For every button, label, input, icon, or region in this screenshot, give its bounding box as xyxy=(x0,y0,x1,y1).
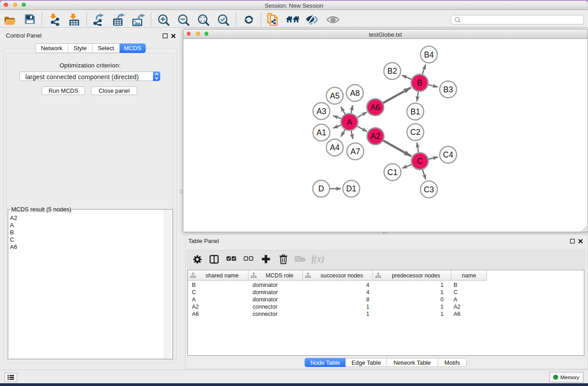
svg-text:D: D xyxy=(318,184,324,193)
svg-text:A1: A1 xyxy=(316,128,326,137)
svg-text:A5: A5 xyxy=(330,91,339,100)
svg-text:B4: B4 xyxy=(424,50,434,59)
svg-text:A8: A8 xyxy=(350,89,359,98)
svg-text:C4: C4 xyxy=(443,150,454,159)
svg-text:B3: B3 xyxy=(443,85,453,94)
svg-text:C1: C1 xyxy=(387,168,397,177)
svg-text:A: A xyxy=(347,118,352,127)
svg-text:A7: A7 xyxy=(350,147,360,156)
svg-text:A2: A2 xyxy=(371,132,380,141)
svg-text:A6: A6 xyxy=(370,103,380,112)
svg-text:B: B xyxy=(417,78,422,87)
svg-text:C3: C3 xyxy=(424,185,434,194)
svg-text:B2: B2 xyxy=(387,67,397,76)
svg-text:D1: D1 xyxy=(346,184,356,193)
svg-text:C2: C2 xyxy=(410,128,420,137)
svg-text:B1: B1 xyxy=(411,107,420,116)
svg-text:C: C xyxy=(417,157,423,166)
svg-text:A3: A3 xyxy=(316,107,326,116)
svg-text:A4: A4 xyxy=(330,143,340,152)
